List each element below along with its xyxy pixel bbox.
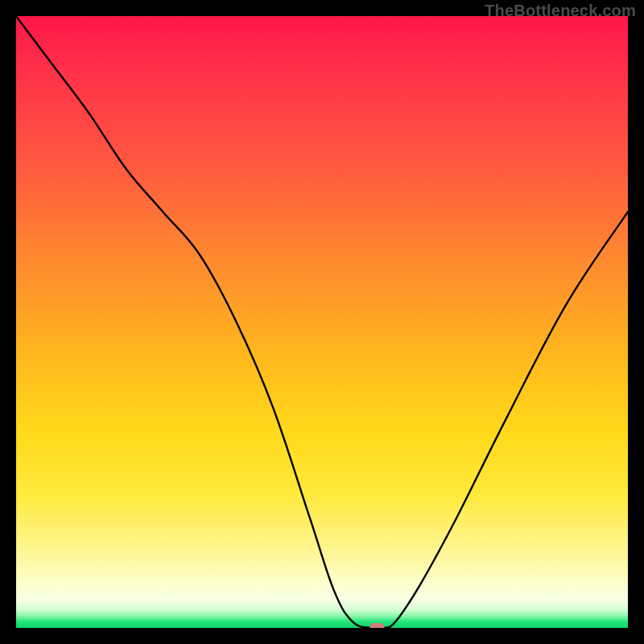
plot-area [16,16,628,628]
bottleneck-curve [16,16,628,628]
chart-frame: TheBottleneck.com [0,0,644,644]
min-marker [369,623,384,628]
watermark-text: TheBottleneck.com [485,2,636,20]
plot-svg [16,16,628,628]
